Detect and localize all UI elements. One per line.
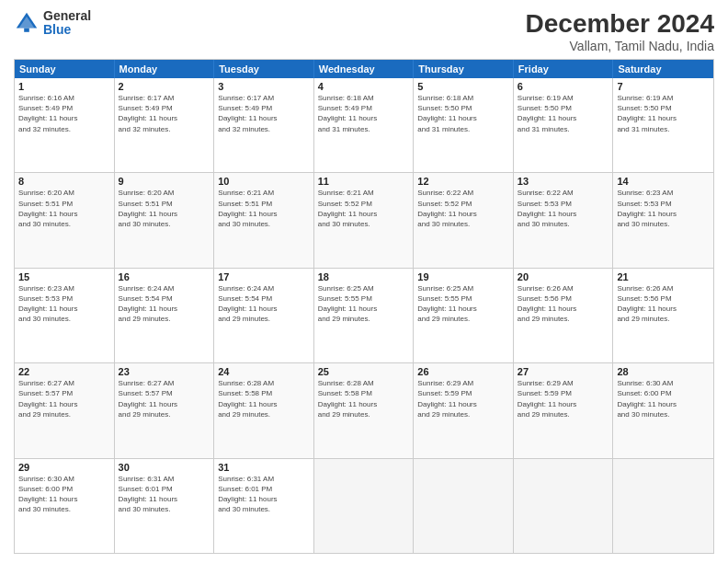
day-number: 9	[119, 176, 210, 187]
day-info: Sunrise: 6:24 AM Sunset: 5:54 PM Dayligh…	[218, 283, 310, 325]
day-number: 30	[119, 462, 210, 473]
day-info: Sunrise: 6:18 AM Sunset: 5:50 PM Dayligh…	[417, 93, 509, 134]
calendar-cell-r3-c1: 15Sunrise: 6:23 AM Sunset: 5:53 PM Dayli…	[15, 269, 115, 362]
day-info: Sunrise: 6:25 AM Sunset: 5:55 PM Dayligh…	[417, 283, 509, 325]
day-info: Sunrise: 6:26 AM Sunset: 5:56 PM Dayligh…	[617, 283, 710, 325]
calendar-cell-r4-c6: 27Sunrise: 6:29 AM Sunset: 5:59 PM Dayli…	[514, 363, 614, 457]
day-number: 11	[318, 176, 410, 187]
day-number: 17	[218, 271, 310, 282]
logo-general-label: General	[43, 9, 91, 23]
calendar-cell-r2-c3: 10Sunrise: 6:21 AM Sunset: 5:51 PM Dayli…	[214, 173, 314, 267]
calendar-cell-r3-c5: 19Sunrise: 6:25 AM Sunset: 5:55 PM Dayli…	[414, 269, 514, 362]
day-number: 31	[218, 462, 310, 473]
day-info: Sunrise: 6:23 AM Sunset: 5:53 PM Dayligh…	[617, 188, 710, 229]
day-info: Sunrise: 6:26 AM Sunset: 5:56 PM Dayligh…	[518, 283, 609, 325]
day-info: Sunrise: 6:16 AM Sunset: 5:49 PM Dayligh…	[18, 93, 110, 134]
day-info: Sunrise: 6:30 AM Sunset: 6:00 PM Dayligh…	[617, 378, 710, 419]
day-info: Sunrise: 6:22 AM Sunset: 5:52 PM Dayligh…	[417, 188, 509, 229]
day-info: Sunrise: 6:30 AM Sunset: 6:00 PM Dayligh…	[18, 474, 110, 515]
calendar-body: 1Sunrise: 6:16 AM Sunset: 5:49 PM Daylig…	[15, 78, 713, 553]
calendar-cell-r5-c7	[613, 459, 713, 553]
calendar-cell-r5-c1: 29Sunrise: 6:30 AM Sunset: 6:00 PM Dayli…	[15, 459, 115, 553]
day-number: 19	[417, 271, 509, 282]
day-info: Sunrise: 6:19 AM Sunset: 5:50 PM Dayligh…	[617, 93, 710, 134]
day-info: Sunrise: 6:17 AM Sunset: 5:49 PM Dayligh…	[119, 93, 210, 134]
day-number: 18	[318, 271, 410, 282]
calendar-row-2: 8Sunrise: 6:20 AM Sunset: 5:51 PM Daylig…	[15, 173, 713, 268]
calendar-cell-r1-c6: 6Sunrise: 6:19 AM Sunset: 5:50 PM Daylig…	[514, 78, 614, 172]
day-number: 4	[318, 81, 410, 92]
header: General Blue December 2024 Vallam, Tamil…	[14, 9, 714, 53]
month-title: December 2024	[526, 9, 714, 39]
calendar-cell-r3-c3: 17Sunrise: 6:24 AM Sunset: 5:54 PM Dayli…	[214, 269, 314, 362]
day-info: Sunrise: 6:23 AM Sunset: 5:53 PM Dayligh…	[18, 283, 110, 325]
day-info: Sunrise: 6:22 AM Sunset: 5:53 PM Dayligh…	[518, 188, 609, 229]
day-number: 15	[18, 271, 110, 282]
day-info: Sunrise: 6:21 AM Sunset: 5:52 PM Dayligh…	[318, 188, 410, 229]
calendar-cell-r3-c4: 18Sunrise: 6:25 AM Sunset: 5:55 PM Dayli…	[314, 269, 415, 362]
day-number: 10	[218, 176, 310, 187]
day-number: 8	[18, 176, 110, 187]
day-number: 13	[518, 176, 609, 187]
day-info: Sunrise: 6:19 AM Sunset: 5:50 PM Dayligh…	[518, 93, 609, 134]
logo: General Blue	[14, 9, 91, 38]
day-number: 12	[417, 176, 509, 187]
day-info: Sunrise: 6:24 AM Sunset: 5:54 PM Dayligh…	[119, 283, 210, 325]
day-number: 2	[119, 81, 210, 92]
day-number: 25	[318, 366, 410, 377]
day-number: 23	[119, 366, 210, 377]
weekday-header-wednesday: Wednesday	[314, 60, 415, 78]
calendar-row-3: 15Sunrise: 6:23 AM Sunset: 5:53 PM Dayli…	[15, 269, 713, 363]
day-info: Sunrise: 6:29 AM Sunset: 5:59 PM Dayligh…	[518, 378, 609, 419]
day-number: 28	[617, 366, 710, 377]
calendar-cell-r2-c1: 8Sunrise: 6:20 AM Sunset: 5:51 PM Daylig…	[15, 173, 115, 267]
calendar-cell-r3-c7: 21Sunrise: 6:26 AM Sunset: 5:56 PM Dayli…	[613, 269, 713, 362]
location-subtitle: Vallam, Tamil Nadu, India	[526, 39, 714, 53]
weekday-header-friday: Friday	[514, 60, 614, 78]
day-number: 26	[417, 366, 509, 377]
day-info: Sunrise: 6:28 AM Sunset: 5:58 PM Dayligh…	[318, 378, 410, 419]
day-number: 27	[518, 366, 609, 377]
calendar-cell-r4-c3: 24Sunrise: 6:28 AM Sunset: 5:58 PM Dayli…	[214, 363, 314, 457]
calendar-cell-r4-c2: 23Sunrise: 6:27 AM Sunset: 5:57 PM Dayli…	[115, 363, 215, 457]
calendar-cell-r5-c2: 30Sunrise: 6:31 AM Sunset: 6:01 PM Dayli…	[115, 459, 215, 553]
calendar-cell-r5-c6	[514, 459, 614, 553]
day-number: 29	[18, 462, 110, 473]
calendar-cell-r2-c6: 13Sunrise: 6:22 AM Sunset: 5:53 PM Dayli…	[514, 173, 614, 267]
calendar-cell-r4-c1: 22Sunrise: 6:27 AM Sunset: 5:57 PM Dayli…	[15, 363, 115, 457]
day-info: Sunrise: 6:20 AM Sunset: 5:51 PM Dayligh…	[119, 188, 210, 229]
day-number: 3	[218, 81, 310, 92]
day-number: 20	[518, 271, 609, 282]
day-info: Sunrise: 6:25 AM Sunset: 5:55 PM Dayligh…	[318, 283, 410, 325]
calendar-cell-r3-c6: 20Sunrise: 6:26 AM Sunset: 5:56 PM Dayli…	[514, 269, 614, 362]
title-block: December 2024 Vallam, Tamil Nadu, India	[526, 9, 714, 53]
day-number: 6	[518, 81, 609, 92]
day-number: 5	[417, 81, 509, 92]
day-info: Sunrise: 6:29 AM Sunset: 5:59 PM Dayligh…	[417, 378, 509, 419]
day-number: 1	[18, 81, 110, 92]
day-number: 16	[119, 271, 210, 282]
calendar-cell-r5-c3: 31Sunrise: 6:31 AM Sunset: 6:01 PM Dayli…	[214, 459, 314, 553]
calendar-cell-r3-c2: 16Sunrise: 6:24 AM Sunset: 5:54 PM Dayli…	[115, 269, 215, 362]
calendar-header: SundayMondayTuesdayWednesdayThursdayFrid…	[15, 60, 713, 78]
day-info: Sunrise: 6:20 AM Sunset: 5:51 PM Dayligh…	[18, 188, 110, 229]
weekday-header-saturday: Saturday	[613, 60, 713, 78]
calendar-cell-r5-c5	[414, 459, 514, 553]
day-number: 22	[18, 366, 110, 377]
day-info: Sunrise: 6:31 AM Sunset: 6:01 PM Dayligh…	[218, 474, 310, 515]
calendar-cell-r1-c4: 4Sunrise: 6:18 AM Sunset: 5:49 PM Daylig…	[314, 78, 415, 172]
weekday-header-thursday: Thursday	[414, 60, 514, 78]
calendar-cell-r2-c2: 9Sunrise: 6:20 AM Sunset: 5:51 PM Daylig…	[115, 173, 215, 267]
day-info: Sunrise: 6:18 AM Sunset: 5:49 PM Dayligh…	[318, 93, 410, 134]
calendar: SundayMondayTuesdayWednesdayThursdayFrid…	[14, 59, 714, 554]
weekday-header-tuesday: Tuesday	[214, 60, 314, 78]
day-number: 21	[617, 271, 710, 282]
calendar-cell-r1-c1: 1Sunrise: 6:16 AM Sunset: 5:49 PM Daylig…	[15, 78, 115, 172]
day-info: Sunrise: 6:27 AM Sunset: 5:57 PM Dayligh…	[18, 378, 110, 419]
weekday-header-sunday: Sunday	[15, 60, 115, 78]
calendar-cell-r4-c7: 28Sunrise: 6:30 AM Sunset: 6:00 PM Dayli…	[613, 363, 713, 457]
day-info: Sunrise: 6:27 AM Sunset: 5:57 PM Dayligh…	[119, 378, 210, 419]
calendar-cell-r4-c5: 26Sunrise: 6:29 AM Sunset: 5:59 PM Dayli…	[414, 363, 514, 457]
calendar-cell-r2-c5: 12Sunrise: 6:22 AM Sunset: 5:52 PM Dayli…	[414, 173, 514, 267]
day-info: Sunrise: 6:21 AM Sunset: 5:51 PM Dayligh…	[218, 188, 310, 229]
